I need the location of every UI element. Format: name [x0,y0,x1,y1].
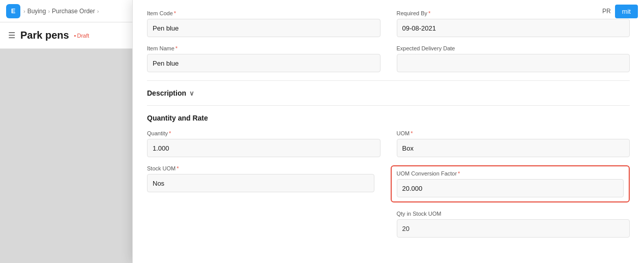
expected-delivery-group: Expected Delivery Date [397,45,630,72]
qty-rate-heading: Quantity and Rate [147,114,630,122]
item-name-label: Item Name* [147,45,380,51]
item-code-input[interactable] [147,19,380,37]
uom-group: UOM* [397,130,630,157]
quantity-input[interactable] [147,139,380,157]
item-name-input[interactable] [147,54,380,72]
pr-text: PR [602,8,611,15]
quantity-group: Quantity* [147,130,380,157]
stock-uom-label: Stock UOM* [147,165,374,171]
breadcrumb-sep-3: › [97,8,99,14]
form-row-1: Item Code* Required By* [147,10,630,37]
breadcrumb-buying[interactable]: Buying [27,8,46,15]
required-by-label: Required By* [397,10,630,16]
top-actions: PR mit [602,0,644,22]
required-by-group: Required By* [397,10,630,37]
breadcrumb: › Buying › Purchase Order › [23,8,99,15]
breadcrumb-sep-2: › [48,8,50,14]
dot-icon: • [74,33,76,39]
submit-button[interactable]: mit [615,5,638,18]
form-row-3: Quantity* UOM* [147,130,630,157]
stock-uom-group: Stock UOM* [147,165,374,202]
qty-stock-uom-value: 20 [397,219,630,238]
form-row-2: Item Name* Expected Delivery Date [147,45,630,72]
required-star-7: * [458,170,460,177]
required-star-6: * [177,165,179,171]
sidebar-area: E › Buying › Purchase Order › ☰ Park pen… [0,0,132,263]
uom-conversion-input[interactable] [397,179,624,197]
breadcrumb-po[interactable]: Purchase Order [52,8,95,15]
quantity-label: Quantity* [147,130,380,136]
qty-stock-uom-label: Qty in Stock UOM [397,211,630,217]
divider-2 [147,105,630,106]
page-title: Park pens [20,30,69,41]
item-code-group: Item Code* [147,10,380,37]
required-star-4: * [169,130,171,136]
required-star-1: * [174,10,176,16]
uom-conversion-label: UOM Conversion Factor* [397,170,624,177]
expected-delivery-label: Expected Delivery Date [397,45,630,51]
qty-stock-uom-group: Qty in Stock UOM 20 [397,211,630,238]
form-row-4: Stock UOM* UOM Conversion Factor* [147,165,630,202]
expected-delivery-input[interactable] [397,54,630,72]
item-code-label: Item Code* [147,10,380,16]
uom-conversion-group: UOM Conversion Factor* [391,165,630,202]
hamburger-icon[interactable]: ☰ [8,31,15,40]
app-icon[interactable]: E [6,4,20,18]
draft-badge: •Draft [74,33,90,39]
required-star-3: * [175,45,178,51]
item-details-section: Item Code* Required By* Item Name* Expec… [147,0,630,72]
stock-uom-input[interactable] [147,174,374,192]
top-bar: E › Buying › Purchase Order › [0,0,132,22]
divider-1 [147,80,630,81]
required-by-input[interactable] [397,19,630,37]
uom-label: UOM* [397,130,630,136]
required-star-2: * [428,10,430,16]
required-star-5: * [411,130,413,136]
page-title-area: ☰ Park pens •Draft [0,22,132,49]
item-name-group: Item Name* [147,45,380,72]
main-panel: PR mit Item Code* Required By* [132,0,644,263]
breadcrumb-sep-1: › [23,8,25,14]
chevron-down-icon: ∨ [189,90,194,97]
uom-input[interactable] [397,139,630,157]
form-row-5: Qty in Stock UOM 20 [397,211,630,238]
description-heading: Description ∨ [147,89,630,97]
